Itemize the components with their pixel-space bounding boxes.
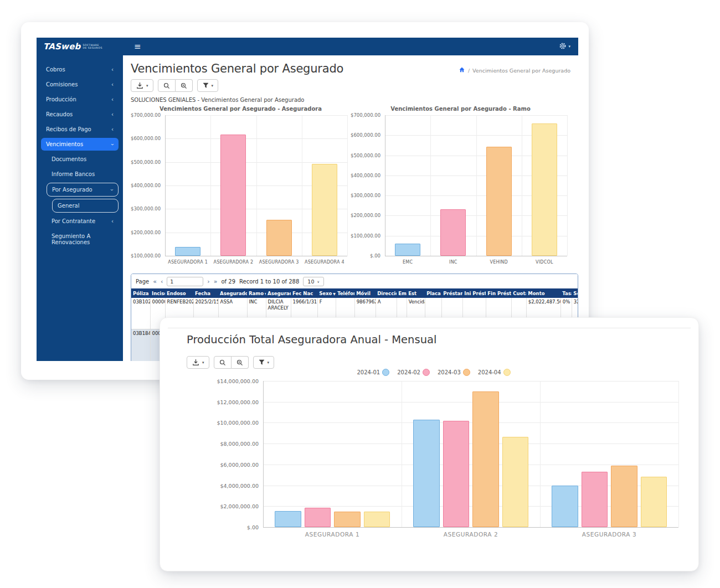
gridline: [263, 381, 678, 381]
download-icon: [136, 81, 144, 90]
chevron-left-icon: ‹: [111, 127, 114, 132]
magnifier-icon: [163, 82, 171, 90]
column-header-direccion[interactable]: Dirección: [376, 288, 397, 298]
sidebar-item-label: Documentos: [52, 156, 86, 162]
column-header-email[interactable]: Email: [397, 288, 407, 298]
sidebar-item-por-contratante[interactable]: Por Contratante‹: [47, 215, 119, 228]
category-separator: [678, 381, 679, 527]
filter-funnel-icon[interactable]: ▼: [265, 292, 266, 296]
chevron-down-icon: ▾: [146, 84, 148, 88]
chevron-down-icon: ▾: [568, 44, 570, 49]
column-header-telefono[interactable]: Teléfono: [336, 288, 354, 298]
gridline: [263, 465, 678, 465]
column-header-fin-prestamo[interactable]: Fin Préstamo: [486, 288, 511, 298]
sidebar-item-por-asegurado[interactable]: Por Asegurado‹: [47, 183, 119, 197]
sidebar-item-documentos[interactable]: Documentos: [47, 153, 119, 166]
column-header-asegurado[interactable]: Asegurado: [266, 288, 291, 298]
settings-menu[interactable]: ▾: [559, 42, 570, 52]
search-button[interactable]: [158, 79, 176, 92]
x-axis-label: ASEGURADORA 4: [302, 260, 347, 265]
chevron-left-icon: ‹: [111, 97, 114, 102]
column-header-poliza[interactable]: Póliza: [131, 288, 150, 298]
sidebar-item-comisiones[interactable]: Comisiones‹: [41, 78, 119, 91]
y-axis-label: $600,000.00: [351, 132, 380, 138]
bar: [175, 247, 200, 256]
column-header-monto[interactable]: Monto: [526, 288, 560, 298]
y-axis-label: $200,000.00: [351, 213, 380, 218]
gridline: [263, 422, 678, 423]
filter-funnel-icon[interactable]: ▼: [333, 292, 336, 296]
last-page-button[interactable]: »: [214, 278, 218, 285]
column-header-placa[interactable]: Placa▼: [425, 288, 441, 298]
chevron-left-icon: ‹: [111, 82, 114, 87]
x-axis-label: INC: [430, 260, 476, 265]
column-header-sexo[interactable]: Sexo▼: [317, 288, 336, 298]
prev-page-button[interactable]: ‹: [161, 278, 163, 285]
sidebar-item-informe-bancos[interactable]: Informe Bancos: [47, 168, 119, 180]
column-header-endoso[interactable]: Endoso: [165, 288, 193, 298]
menu-toggle-icon[interactable]: ≡: [134, 42, 141, 51]
page-number-input[interactable]: [167, 277, 203, 286]
column-header-fecha[interactable]: Fecha: [193, 288, 218, 298]
column-label: Monto: [528, 291, 544, 296]
zoom-button-group: [214, 356, 249, 369]
y-axis-label: $2,000,000.00: [180, 503, 259, 509]
zoom-button[interactable]: [232, 356, 249, 369]
column-label: Placa: [426, 291, 441, 296]
funnel-icon: [258, 359, 265, 366]
column-label: Póliza: [133, 291, 149, 296]
filter-button[interactable]: ▾: [253, 356, 275, 369]
search-button[interactable]: [214, 356, 232, 369]
magnifier-plus-icon: [236, 359, 244, 367]
column-label: Sexo: [319, 291, 332, 296]
next-page-button[interactable]: ›: [207, 278, 209, 285]
download-button[interactable]: ▾: [131, 79, 153, 92]
column-header-cuotas[interactable]: Cuotas: [511, 288, 526, 298]
y-axis-label: $400,000.00: [351, 173, 380, 178]
chevron-down-icon: ▾: [202, 360, 204, 365]
column-header-ini-prestamo[interactable]: Ini Préstamo: [462, 288, 486, 298]
y-axis-label: $400,000.00: [131, 183, 161, 188]
sidebar-item-vencimientos[interactable]: Vencimientos‹: [41, 138, 119, 151]
sidebar-item-recibos-de-pago[interactable]: Recibos de Pago‹: [41, 123, 119, 136]
x-axis-label: ASEGURADORA 2: [210, 260, 256, 265]
column-header-se[interactable]: Se: [572, 288, 578, 298]
sidebar-item-cobros[interactable]: Cobros‹: [41, 63, 119, 76]
home-icon[interactable]: [459, 66, 465, 74]
column-header-prestamo[interactable]: Préstamo: [441, 288, 462, 298]
y-axis-label: $14,000,000.00: [180, 378, 259, 384]
column-header-movil[interactable]: Móvil: [354, 288, 376, 298]
column-header-ramo[interactable]: Ramo▼: [247, 288, 266, 298]
sidebar-item-segumiento-a-renovaciones[interactable]: Segumiento A Renovaciones: [47, 230, 119, 249]
y-axis-label: $10,000,000.00: [180, 420, 259, 426]
category-separator: [347, 115, 348, 256]
column-label: Est: [408, 291, 416, 296]
filter-button[interactable]: ▾: [197, 79, 219, 92]
window-produccion: Producción Total Aseguradora Anual - Men…: [160, 317, 699, 571]
zoom-button[interactable]: [176, 79, 193, 92]
column-header-fec-nac[interactable]: Fec Nac: [291, 288, 317, 298]
sidebar-item-label: Vencimientos: [46, 141, 83, 147]
column-header-inciso[interactable]: Inciso: [150, 288, 165, 298]
funnel-icon: [202, 82, 209, 89]
page-label: Page: [136, 278, 149, 285]
sidebar-item-produccion[interactable]: Producción‹: [41, 93, 119, 106]
y-axis-label: $200,000.00: [131, 230, 161, 235]
charts-row: Vencimientos General por Asegurado - Ase…: [131, 104, 570, 270]
column-label: Móvil: [356, 291, 371, 296]
download-icon: [192, 358, 200, 367]
category-separator: [256, 115, 257, 256]
chevron-down-icon: ∨: [317, 280, 319, 283]
page-size-select[interactable]: 10 ∨: [303, 277, 324, 286]
column-header-est[interactable]: Est: [407, 288, 425, 298]
sidebar-item-general[interactable]: General: [52, 199, 119, 213]
sidebar-item-recaudos[interactable]: Recaudos‹: [41, 108, 119, 121]
first-page-button[interactable]: «: [153, 278, 157, 285]
download-button[interactable]: ▾: [187, 356, 209, 369]
category-separator: [567, 115, 568, 256]
sidebar-item-label: Informe Bancos: [52, 171, 95, 177]
column-header-aseguradora[interactable]: Aseguradora▼: [218, 288, 247, 298]
column-header-tasa[interactable]: Tasa: [560, 288, 572, 298]
x-axis-label: ASEGURADORA 3: [540, 531, 678, 538]
column-label: Endoso: [167, 291, 186, 296]
